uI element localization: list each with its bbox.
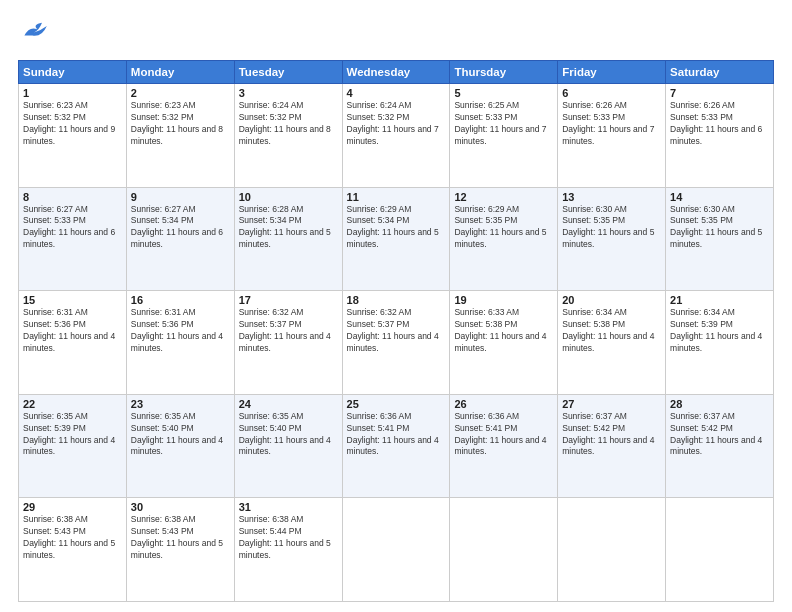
day-number: 8 — [23, 191, 122, 203]
cell-info: Sunrise: 6:27 AMSunset: 5:34 PMDaylight:… — [131, 204, 230, 252]
day-number: 11 — [347, 191, 446, 203]
day-number: 1 — [23, 87, 122, 99]
day-number: 5 — [454, 87, 553, 99]
day-number: 23 — [131, 398, 230, 410]
day-number: 24 — [239, 398, 338, 410]
cell-info: Sunrise: 6:26 AMSunset: 5:33 PMDaylight:… — [562, 100, 661, 148]
calendar-cell: 25 Sunrise: 6:36 AMSunset: 5:41 PMDaylig… — [342, 394, 450, 498]
calendar-cell: 8 Sunrise: 6:27 AMSunset: 5:33 PMDayligh… — [19, 187, 127, 291]
day-number: 7 — [670, 87, 769, 99]
day-number: 30 — [131, 501, 230, 513]
calendar-week-1: 1 Sunrise: 6:23 AMSunset: 5:32 PMDayligh… — [19, 84, 774, 188]
weekday-header-saturday: Saturday — [666, 61, 774, 84]
cell-info: Sunrise: 6:30 AMSunset: 5:35 PMDaylight:… — [562, 204, 661, 252]
day-number: 25 — [347, 398, 446, 410]
day-number: 13 — [562, 191, 661, 203]
calendar-week-3: 15 Sunrise: 6:31 AMSunset: 5:36 PMDaylig… — [19, 291, 774, 395]
calendar-cell: 14 Sunrise: 6:30 AMSunset: 5:35 PMDaylig… — [666, 187, 774, 291]
calendar-cell: 5 Sunrise: 6:25 AMSunset: 5:33 PMDayligh… — [450, 84, 558, 188]
calendar-cell: 2 Sunrise: 6:23 AMSunset: 5:32 PMDayligh… — [126, 84, 234, 188]
calendar-cell: 27 Sunrise: 6:37 AMSunset: 5:42 PMDaylig… — [558, 394, 666, 498]
day-number: 17 — [239, 294, 338, 306]
weekday-header-tuesday: Tuesday — [234, 61, 342, 84]
cell-info: Sunrise: 6:36 AMSunset: 5:41 PMDaylight:… — [454, 411, 553, 459]
calendar-cell: 6 Sunrise: 6:26 AMSunset: 5:33 PMDayligh… — [558, 84, 666, 188]
cell-info: Sunrise: 6:24 AMSunset: 5:32 PMDaylight:… — [347, 100, 446, 148]
day-number: 2 — [131, 87, 230, 99]
day-number: 27 — [562, 398, 661, 410]
cell-info: Sunrise: 6:33 AMSunset: 5:38 PMDaylight:… — [454, 307, 553, 355]
calendar-cell: 23 Sunrise: 6:35 AMSunset: 5:40 PMDaylig… — [126, 394, 234, 498]
calendar-cell — [342, 498, 450, 602]
calendar-cell: 4 Sunrise: 6:24 AMSunset: 5:32 PMDayligh… — [342, 84, 450, 188]
cell-info: Sunrise: 6:37 AMSunset: 5:42 PMDaylight:… — [670, 411, 769, 459]
cell-info: Sunrise: 6:31 AMSunset: 5:36 PMDaylight:… — [23, 307, 122, 355]
calendar-cell — [558, 498, 666, 602]
day-number: 12 — [454, 191, 553, 203]
calendar-week-5: 29 Sunrise: 6:38 AMSunset: 5:43 PMDaylig… — [19, 498, 774, 602]
cell-info: Sunrise: 6:30 AMSunset: 5:35 PMDaylight:… — [670, 204, 769, 252]
calendar-cell: 1 Sunrise: 6:23 AMSunset: 5:32 PMDayligh… — [19, 84, 127, 188]
calendar-cell: 17 Sunrise: 6:32 AMSunset: 5:37 PMDaylig… — [234, 291, 342, 395]
calendar-cell: 29 Sunrise: 6:38 AMSunset: 5:43 PMDaylig… — [19, 498, 127, 602]
weekday-header-friday: Friday — [558, 61, 666, 84]
day-number: 9 — [131, 191, 230, 203]
day-number: 4 — [347, 87, 446, 99]
weekday-header-row: SundayMondayTuesdayWednesdayThursdayFrid… — [19, 61, 774, 84]
calendar-cell: 15 Sunrise: 6:31 AMSunset: 5:36 PMDaylig… — [19, 291, 127, 395]
calendar-cell: 31 Sunrise: 6:38 AMSunset: 5:44 PMDaylig… — [234, 498, 342, 602]
day-number: 19 — [454, 294, 553, 306]
calendar-cell: 12 Sunrise: 6:29 AMSunset: 5:35 PMDaylig… — [450, 187, 558, 291]
calendar-cell: 13 Sunrise: 6:30 AMSunset: 5:35 PMDaylig… — [558, 187, 666, 291]
cell-info: Sunrise: 6:32 AMSunset: 5:37 PMDaylight:… — [239, 307, 338, 355]
day-number: 6 — [562, 87, 661, 99]
day-number: 20 — [562, 294, 661, 306]
cell-info: Sunrise: 6:28 AMSunset: 5:34 PMDaylight:… — [239, 204, 338, 252]
cell-info: Sunrise: 6:25 AMSunset: 5:33 PMDaylight:… — [454, 100, 553, 148]
day-number: 31 — [239, 501, 338, 513]
day-number: 10 — [239, 191, 338, 203]
day-number: 26 — [454, 398, 553, 410]
weekday-header-sunday: Sunday — [19, 61, 127, 84]
calendar-week-2: 8 Sunrise: 6:27 AMSunset: 5:33 PMDayligh… — [19, 187, 774, 291]
cell-info: Sunrise: 6:23 AMSunset: 5:32 PMDaylight:… — [23, 100, 122, 148]
weekday-header-wednesday: Wednesday — [342, 61, 450, 84]
day-number: 3 — [239, 87, 338, 99]
cell-info: Sunrise: 6:24 AMSunset: 5:32 PMDaylight:… — [239, 100, 338, 148]
cell-info: Sunrise: 6:26 AMSunset: 5:33 PMDaylight:… — [670, 100, 769, 148]
day-number: 21 — [670, 294, 769, 306]
calendar-cell: 20 Sunrise: 6:34 AMSunset: 5:38 PMDaylig… — [558, 291, 666, 395]
cell-info: Sunrise: 6:35 AMSunset: 5:40 PMDaylight:… — [239, 411, 338, 459]
cell-info: Sunrise: 6:31 AMSunset: 5:36 PMDaylight:… — [131, 307, 230, 355]
calendar-cell: 3 Sunrise: 6:24 AMSunset: 5:32 PMDayligh… — [234, 84, 342, 188]
day-number: 28 — [670, 398, 769, 410]
calendar-cell: 9 Sunrise: 6:27 AMSunset: 5:34 PMDayligh… — [126, 187, 234, 291]
header — [18, 18, 774, 50]
day-number: 16 — [131, 294, 230, 306]
logo-icon — [18, 18, 50, 50]
weekday-header-monday: Monday — [126, 61, 234, 84]
weekday-header-thursday: Thursday — [450, 61, 558, 84]
cell-info: Sunrise: 6:38 AMSunset: 5:44 PMDaylight:… — [239, 514, 338, 562]
cell-info: Sunrise: 6:35 AMSunset: 5:39 PMDaylight:… — [23, 411, 122, 459]
calendar-table: SundayMondayTuesdayWednesdayThursdayFrid… — [18, 60, 774, 602]
cell-info: Sunrise: 6:34 AMSunset: 5:38 PMDaylight:… — [562, 307, 661, 355]
day-number: 22 — [23, 398, 122, 410]
calendar-cell: 10 Sunrise: 6:28 AMSunset: 5:34 PMDaylig… — [234, 187, 342, 291]
cell-info: Sunrise: 6:23 AMSunset: 5:32 PMDaylight:… — [131, 100, 230, 148]
calendar-cell: 18 Sunrise: 6:32 AMSunset: 5:37 PMDaylig… — [342, 291, 450, 395]
calendar-cell — [450, 498, 558, 602]
calendar-week-4: 22 Sunrise: 6:35 AMSunset: 5:39 PMDaylig… — [19, 394, 774, 498]
calendar-cell: 26 Sunrise: 6:36 AMSunset: 5:41 PMDaylig… — [450, 394, 558, 498]
day-number: 18 — [347, 294, 446, 306]
day-number: 14 — [670, 191, 769, 203]
calendar-cell: 19 Sunrise: 6:33 AMSunset: 5:38 PMDaylig… — [450, 291, 558, 395]
calendar-cell: 24 Sunrise: 6:35 AMSunset: 5:40 PMDaylig… — [234, 394, 342, 498]
page: SundayMondayTuesdayWednesdayThursdayFrid… — [0, 0, 792, 612]
calendar-cell: 7 Sunrise: 6:26 AMSunset: 5:33 PMDayligh… — [666, 84, 774, 188]
day-number: 29 — [23, 501, 122, 513]
cell-info: Sunrise: 6:38 AMSunset: 5:43 PMDaylight:… — [23, 514, 122, 562]
cell-info: Sunrise: 6:36 AMSunset: 5:41 PMDaylight:… — [347, 411, 446, 459]
cell-info: Sunrise: 6:38 AMSunset: 5:43 PMDaylight:… — [131, 514, 230, 562]
cell-info: Sunrise: 6:29 AMSunset: 5:35 PMDaylight:… — [454, 204, 553, 252]
